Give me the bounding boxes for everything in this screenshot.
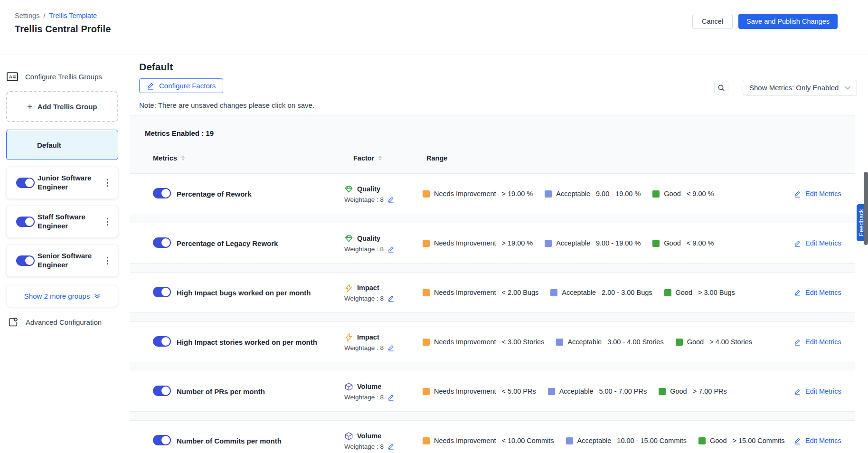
metric-name: High Impact bugs worked on per month xyxy=(177,289,344,297)
add-trellis-group-button[interactable]: + Add Trellis Group xyxy=(6,91,118,122)
needs-improvement-swatch xyxy=(423,339,430,346)
edit-weightage-icon[interactable] xyxy=(387,443,395,450)
cancel-button[interactable]: Cancel xyxy=(692,14,733,29)
edit-weightage-icon[interactable] xyxy=(387,394,395,401)
needs-improvement-swatch xyxy=(423,388,430,395)
advanced-configuration-link[interactable]: Advanced Configuration xyxy=(6,317,118,328)
weightage-label: Weightage : 8 xyxy=(344,196,384,203)
trellis-group-card[interactable]: Staff Software Engineer xyxy=(6,206,118,238)
metric-name: Number of Commits per month xyxy=(177,437,344,445)
edit-metrics-label: Edit Metrics xyxy=(805,338,841,346)
edit-metrics-label: Edit Metrics xyxy=(805,437,841,444)
vertical-scrollbar-thumb[interactable] xyxy=(864,172,868,245)
configure-factors-label: Configure Factors xyxy=(159,82,216,90)
show-more-groups-button[interactable]: Show 2 more groups xyxy=(6,285,118,307)
breadcrumb-settings[interactable]: Settings xyxy=(15,12,39,19)
metric-enabled-toggle[interactable] xyxy=(153,336,171,347)
metrics-toolbar: Show Metrics: Only Enabled xyxy=(714,80,857,95)
weightage-label: Weightage : 8 xyxy=(344,344,384,351)
edit-metrics-label: Edit Metrics xyxy=(805,239,841,247)
acceptable-swatch xyxy=(548,388,555,395)
column-header-metrics[interactable]: Metrics xyxy=(130,154,344,162)
header-left: Settings / Trellis Template Trellis Cent… xyxy=(15,0,111,55)
edit-weightage-icon[interactable] xyxy=(387,295,395,302)
edit-metrics-link[interactable]: Edit Metrics xyxy=(792,190,855,198)
edit-metrics-link[interactable]: Edit Metrics xyxy=(792,338,855,346)
edit-metrics-pencil-icon xyxy=(794,388,801,395)
metric-enabled-toggle[interactable] xyxy=(153,287,171,297)
good-swatch xyxy=(676,339,683,346)
column-header-range: Range xyxy=(423,154,792,162)
show-metrics-dropdown[interactable]: Show Metrics: Only Enabled xyxy=(743,80,857,95)
factor-name: Quality xyxy=(357,185,380,193)
configure-factors-button[interactable]: Configure Factors xyxy=(139,78,223,93)
factor-name: Impact xyxy=(357,284,379,292)
edit-metrics-link[interactable]: Edit Metrics xyxy=(792,239,855,247)
trellis-group-card[interactable]: Junior Software Engineer xyxy=(6,167,118,199)
main-content: Default Configure Factors Note: There ar… xyxy=(125,56,868,453)
sidebar: A Configure Trellis Groups + Add Trellis… xyxy=(0,56,125,453)
good-swatch xyxy=(664,289,671,296)
metric-enabled-toggle[interactable] xyxy=(153,435,171,445)
edit-metrics-link[interactable]: Edit Metrics xyxy=(792,387,855,395)
kebab-menu-icon[interactable] xyxy=(105,255,111,267)
group-label: Junior Software Engineer xyxy=(38,174,98,192)
factor-name: Volume xyxy=(357,383,381,390)
acceptable-swatch xyxy=(556,339,563,346)
range-needs-improvement: Needs Improvement < 10.00 Commits xyxy=(423,437,554,444)
edit-metrics-link[interactable]: Edit Metrics xyxy=(792,289,855,296)
pencil-icon xyxy=(147,82,154,90)
id-card-icon: A xyxy=(6,72,19,82)
factor-cell: Volume Weightage : 8 xyxy=(344,382,423,401)
metrics-rows: Percentage of Rework Quality xyxy=(130,173,855,453)
edit-weightage-icon[interactable] xyxy=(387,245,395,253)
range-needs-improvement: Needs Improvement > 19.00 % xyxy=(423,239,533,247)
group-enabled-toggle[interactable] xyxy=(16,217,35,227)
metric-enabled-toggle[interactable] xyxy=(153,386,171,396)
breadcrumb-separator: / xyxy=(43,12,45,19)
metric-enabled-toggle[interactable] xyxy=(153,188,171,198)
advanced-configuration-label: Advanced Configuration xyxy=(26,318,102,326)
range-cell: Needs Improvement > 19.00 % Acceptable 9… xyxy=(423,239,792,247)
metric-enabled-toggle[interactable] xyxy=(153,237,171,248)
kebab-menu-icon[interactable] xyxy=(105,216,111,228)
edit-weightage-icon[interactable] xyxy=(387,196,395,203)
kebab-menu-icon[interactable] xyxy=(105,177,111,189)
edit-weightage-icon[interactable] xyxy=(387,344,395,351)
search-button[interactable] xyxy=(714,81,728,95)
show-more-groups-label: Show 2 more groups xyxy=(24,292,90,300)
save-and-publish-button[interactable]: Save and Publish Changes xyxy=(738,14,838,29)
acceptable-swatch xyxy=(566,437,573,444)
toggle-knob xyxy=(161,189,170,198)
selected-group-title: Default xyxy=(139,61,855,73)
toggle-knob xyxy=(25,179,34,187)
range-cell: Needs Improvement < 3.00 Stories Accepta… xyxy=(423,338,792,346)
needs-improvement-swatch xyxy=(423,437,430,444)
range-cell: Needs Improvement < 5.00 PRs Acceptable … xyxy=(423,387,792,395)
good-swatch xyxy=(659,388,666,395)
toggle-knob xyxy=(161,387,170,395)
factor-cell: Quality Weightage : 8 xyxy=(344,185,423,203)
trellis-group-card[interactable]: Senior Software Engineer xyxy=(6,245,118,277)
weightage-label: Weightage : 8 xyxy=(344,295,384,302)
sidebar-item-default-group[interactable]: Default xyxy=(6,130,118,160)
factor-cell: Quality Weightage : 8 xyxy=(344,234,423,253)
metric-row: Number of Commits per month Vo xyxy=(130,420,855,453)
edit-metrics-link[interactable]: Edit Metrics xyxy=(792,437,855,444)
show-metrics-dropdown-value: Show Metrics: Only Enabled xyxy=(749,84,839,92)
toggle-knob xyxy=(25,256,34,265)
range-acceptable: Acceptable 9.00 - 19.00 % xyxy=(545,239,641,247)
column-header-factor[interactable]: Factor xyxy=(344,154,423,162)
group-enabled-toggle[interactable] xyxy=(16,255,35,266)
group-enabled-toggle[interactable] xyxy=(16,178,35,188)
toggle-knob xyxy=(161,238,170,247)
breadcrumb-trellis-template[interactable]: Trellis Template xyxy=(49,12,97,19)
range-cell: Needs Improvement < 2.00 Bugs Acceptable… xyxy=(423,289,792,296)
acceptable-swatch xyxy=(550,289,557,296)
range-good: Good > 4.00 Stories xyxy=(676,338,752,346)
metric-row: High Impact stories worked on per month … xyxy=(130,321,855,362)
double-chevron-down-icon xyxy=(94,293,100,299)
needs-improvement-swatch xyxy=(423,289,430,296)
range-needs-improvement: Needs Improvement < 3.00 Stories xyxy=(423,338,544,346)
metric-row: Percentage of Rework Quality xyxy=(130,173,855,214)
